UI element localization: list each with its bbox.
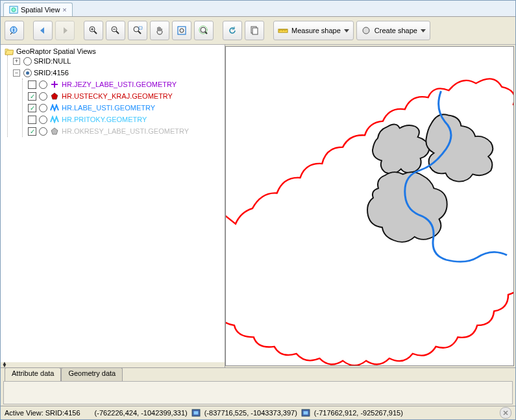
layer-symbol-icon: [50, 115, 59, 124]
data-tabstrip: Attribute data Geometry data: [1, 368, 515, 381]
data-panel: [3, 381, 513, 404]
srid-null-label: SRID:NULL: [34, 57, 71, 65]
radio-icon[interactable]: [39, 104, 47, 112]
zoom-in-button[interactable]: [84, 21, 103, 40]
forward-button[interactable]: [55, 21, 75, 40]
layer-symbol-icon: [50, 127, 59, 136]
chevron-down-icon: [421, 29, 426, 32]
layer-row[interactable]: ✓HR.USTECKY_KRAJ.GEOMETRY: [28, 90, 221, 102]
layer-symbol-icon: [50, 80, 59, 89]
splitter-arrows-icon: ▲▼: [2, 362, 7, 367]
svg-point-10: [201, 27, 206, 32]
svg-rect-13: [252, 28, 258, 34]
svg-rect-19: [303, 411, 308, 414]
measure-shape-dropdown[interactable]: Measure shape: [273, 21, 354, 40]
measure-shape-label: Measure shape: [291, 27, 341, 34]
zoom-layer-button[interactable]: [194, 21, 214, 40]
tree-root[interactable]: GeoRaptor Spatial Views: [5, 47, 221, 55]
status-active-view: Active View: SRID:4156: [5, 409, 80, 417]
top-tabstrip: Spatial View ×: [1, 1, 515, 17]
tab-spatial-view[interactable]: Spatial View ×: [3, 3, 73, 16]
horizontal-splitter[interactable]: ▲▼: [1, 362, 225, 367]
status-coord-1: (-762226,424, -1042399,331): [95, 409, 188, 417]
checkbox-icon[interactable]: [28, 116, 36, 124]
toolbar: i Measure shape Create shape: [1, 17, 515, 45]
tab-title: Spatial View: [21, 6, 60, 14]
radio-icon[interactable]: [23, 57, 32, 66]
layer-symbol-icon: [50, 103, 59, 112]
tab-attribute-data[interactable]: Attribute data: [5, 367, 61, 381]
collapse-icon[interactable]: −: [13, 69, 20, 77]
checkbox-icon[interactable]: [28, 80, 36, 89]
layer-label: HR.JEZY_LABE_USTI.GEOMETRY: [62, 80, 177, 88]
tree-node-srid-4156[interactable]: − SRID:4156: [13, 67, 221, 79]
zoom-box-button[interactable]: [128, 21, 147, 40]
layer-sidebar: GeoRaptor Spatial Views + SRID:NULL − SR…: [1, 45, 225, 367]
back-button[interactable]: [33, 21, 53, 40]
svg-rect-17: [193, 411, 198, 414]
layer-label: HR.OKRESY_LABE_USTI.GEOMETRY: [62, 127, 189, 135]
layer-symbol-icon: [50, 92, 59, 101]
layer-row[interactable]: ✓HR.OKRESY_LABE_USTI.GEOMETRY: [28, 125, 221, 137]
cancel-button[interactable]: [500, 407, 511, 419]
pan-button[interactable]: [150, 21, 169, 40]
chevron-down-icon: [344, 29, 349, 32]
map-canvas[interactable]: [225, 46, 514, 366]
expand-icon[interactable]: +: [13, 58, 20, 65]
copy-image-button[interactable]: [245, 21, 264, 40]
create-shape-dropdown[interactable]: Create shape: [356, 21, 430, 40]
checkbox-icon[interactable]: ✓: [28, 104, 36, 112]
main-area: GeoRaptor Spatial Views + SRID:NULL − SR…: [1, 45, 515, 367]
status-bar: Active View: SRID:4156 (-762226,424, -10…: [1, 406, 515, 419]
svg-text:i: i: [13, 27, 15, 33]
extent-icon: [191, 409, 201, 417]
layer-label: HR.PRITOKY.GEOMETRY: [62, 116, 147, 123]
layer-tree: GeoRaptor Spatial Views + SRID:NULL − SR…: [1, 45, 225, 362]
identify-button[interactable]: i: [5, 21, 24, 40]
svg-rect-7: [139, 27, 142, 29]
layer-row[interactable]: HR.JEZY_LABE_USTI.GEOMETRY: [28, 79, 221, 90]
status-coord-2: (-837716,525, -1043373,397): [204, 409, 297, 417]
svg-point-6: [134, 27, 139, 32]
tab-geometry-data[interactable]: Geometry data: [61, 367, 123, 381]
layer-row[interactable]: ✓HR.LABE_USTI.GEOMETRY: [28, 102, 221, 114]
zoom-full-button[interactable]: [172, 21, 191, 40]
zoom-out-button[interactable]: [106, 21, 125, 40]
radio-icon[interactable]: [23, 69, 32, 77]
checkbox-icon[interactable]: ✓: [28, 92, 36, 101]
radio-icon[interactable]: [39, 92, 47, 101]
layer-label: HR.LABE_USTI.GEOMETRY: [62, 104, 155, 112]
radio-icon[interactable]: [39, 80, 47, 89]
svg-point-9: [180, 29, 184, 32]
folder-icon: [5, 47, 14, 55]
tree-root-label: GeoRaptor Spatial Views: [16, 47, 96, 55]
layer-label: HR.USTECKY_KRAJ.GEOMETRY: [62, 92, 173, 100]
create-shape-label: Create shape: [375, 27, 417, 34]
tree-node-srid-null[interactable]: + SRID:NULL: [13, 55, 221, 67]
globe-icon: [9, 5, 18, 14]
svg-point-15: [363, 27, 369, 34]
svg-rect-8: [178, 27, 186, 34]
svg-point-1: [12, 8, 16, 12]
refresh-button[interactable]: [223, 21, 242, 40]
app-window: Spatial View × i Measure shape Create sh…: [0, 0, 516, 420]
radio-icon[interactable]: [39, 127, 47, 136]
status-coord-3: (-717662,912, -925267,915): [314, 409, 403, 417]
layer-row[interactable]: HR.PRITOKY.GEOMETRY: [28, 114, 221, 125]
lower-panel: Attribute data Geometry data: [1, 367, 515, 406]
radio-icon[interactable]: [39, 116, 47, 124]
close-icon[interactable]: ×: [62, 6, 66, 14]
checkbox-icon[interactable]: ✓: [28, 127, 36, 136]
extent-icon: [301, 409, 310, 417]
srid-4156-label: SRID:4156: [34, 69, 69, 77]
